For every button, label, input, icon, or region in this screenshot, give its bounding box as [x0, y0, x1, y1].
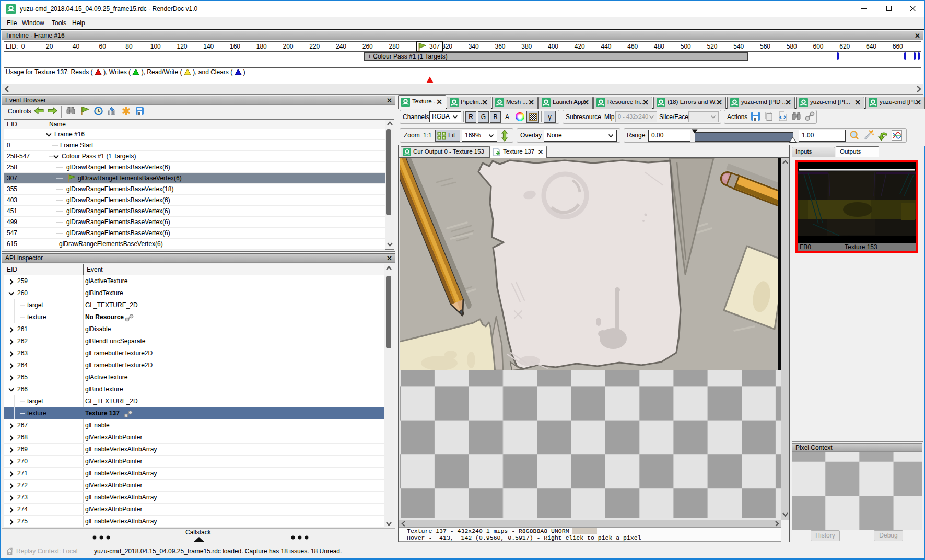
svg-text:FB0: FB0 — [800, 243, 811, 251]
svg-text:Texture 153: Texture 153 — [845, 243, 877, 251]
